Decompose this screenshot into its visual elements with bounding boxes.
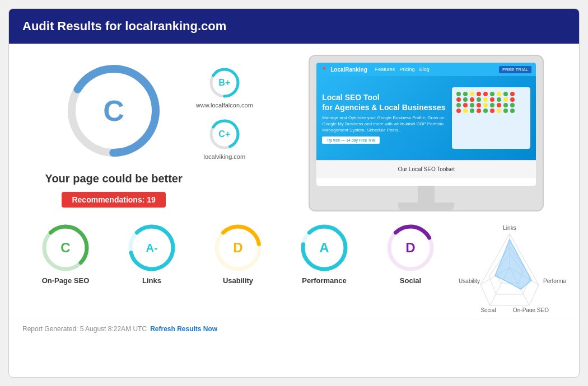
map-dot <box>456 92 461 96</box>
score-letter-usability: D <box>233 240 242 256</box>
screen-pin-icon: 📍 <box>321 67 327 72</box>
map-dot <box>497 92 501 96</box>
map-dot <box>503 97 508 102</box>
left-main-section: C Your page could be better Recommendati… <box>45 60 253 208</box>
score-circle-social: D <box>385 223 436 273</box>
svg-text:Social: Social <box>480 307 496 312</box>
map-dot <box>490 97 494 102</box>
map-dot <box>477 109 481 113</box>
map-dot <box>470 97 474 102</box>
map-dot <box>510 103 515 107</box>
comparison-circle-0: B+ <box>208 66 241 100</box>
svg-text:Performance: Performance <box>543 278 566 284</box>
map-dot <box>510 97 515 102</box>
scores-section: C On-Page SEO A- Links <box>9 217 579 318</box>
recommendations-badge[interactable]: Recommendations: 19 <box>62 192 165 208</box>
score-label-on-page-seo: On-Page SEO <box>42 276 90 285</box>
monitor-base <box>398 203 454 210</box>
score-label-usability: Usability <box>223 276 253 285</box>
score-item-performance: A Performance <box>299 223 349 285</box>
map-dot <box>463 97 468 102</box>
radar-container: Links Performance On-Page SEO Social Usa… <box>454 223 566 312</box>
monitor-screen: 📍 LocalRanking Features Pricing Blog FRE… <box>316 63 536 186</box>
main-grade-letter: C <box>103 94 124 128</box>
map-dot <box>456 103 461 107</box>
svg-text:Links: Links <box>503 225 516 231</box>
generated-text: Report Generated: 5 August 8:22AM UTC <box>22 325 147 333</box>
screen-hero: Local SEO Toolfor Agencies & Local Busin… <box>316 76 536 160</box>
map-dot <box>503 103 508 107</box>
monitor-neck <box>418 186 435 203</box>
comparison-letter-0: B+ <box>218 78 230 88</box>
map-dot <box>477 103 481 107</box>
main-content: C Your page could be better Recommendati… <box>9 44 579 217</box>
map-dot <box>463 92 468 96</box>
map-dot <box>483 109 488 113</box>
verdict-text: Your page could be better <box>45 172 183 185</box>
left-panel: C Your page could be better Recommendati… <box>22 55 276 211</box>
screen-hero-text: Local SEO Toolfor Agencies & Local Busin… <box>322 92 446 144</box>
comparison-label-1: localviking.com <box>204 153 246 160</box>
page-title: Audit Results for localranking.com <box>22 19 226 33</box>
map-dot <box>483 103 488 107</box>
score-letter-links: A- <box>146 242 157 255</box>
screen-footer: Our Local SEO Toolset <box>316 160 536 178</box>
screen-map <box>452 87 530 149</box>
score-item-links: A- Links <box>127 223 177 285</box>
main-grade-section: C Your page could be better Recommendati… <box>45 60 183 208</box>
map-dot <box>510 92 515 96</box>
score-circle-performance: A <box>299 223 349 273</box>
page-header: Audit Results for localranking.com <box>9 9 579 44</box>
screen-footer-text: Our Local SEO Toolset <box>398 166 455 172</box>
svg-text:Usability: Usability <box>459 278 480 284</box>
map-dot <box>470 109 474 113</box>
score-circle-usability: D <box>213 223 263 273</box>
score-label-links: Links <box>142 276 161 285</box>
map-dot <box>483 92 488 96</box>
score-label-social: Social <box>400 276 421 285</box>
map-dot <box>483 97 488 102</box>
audit-card: Audit Results for localranking.com C You… <box>8 8 580 378</box>
map-dot <box>490 92 494 96</box>
main-grade-circle: C <box>63 60 164 161</box>
radar-svg: Links Performance On-Page SEO Social Usa… <box>454 223 566 312</box>
score-item-usability: D Usability <box>213 223 263 285</box>
map-dot <box>490 103 494 107</box>
map-dot <box>463 109 468 113</box>
comparison-label-0: www.localfalcon.com <box>196 102 253 109</box>
comparison-item-0: B+ www.localfalcon.com <box>196 66 253 109</box>
svg-text:On-Page SEO: On-Page SEO <box>513 307 549 312</box>
monitor-wrap: 📍 LocalRanking Features Pricing Blog FRE… <box>309 55 544 211</box>
screen-hero-btn[interactable]: Try free — 14 day Free Trial <box>322 136 380 144</box>
score-label-performance: Performance <box>302 276 346 285</box>
score-circle-on-page-seo: C <box>40 223 91 273</box>
monitor-stand <box>316 186 536 210</box>
right-panel: 📍 LocalRanking Features Pricing Blog FRE… <box>287 55 566 211</box>
radar-section: Links Performance On-Page SEO Social Usa… <box>454 223 566 312</box>
comparisons-panel: B+ www.localfalcon.com C+ localviking <box>196 66 253 160</box>
comparison-letter-1: C+ <box>218 129 230 139</box>
refresh-link[interactable]: Refresh Results Now <box>150 325 217 333</box>
map-dot <box>510 109 515 113</box>
map-dot <box>470 92 474 96</box>
score-letter-on-page-seo: C <box>60 240 70 256</box>
map-dot <box>497 109 501 113</box>
score-items: C On-Page SEO A- Links <box>22 223 454 285</box>
score-item-social: D Social <box>385 223 436 285</box>
map-dot <box>497 103 501 107</box>
screen-nav-pricing: Pricing <box>399 67 415 72</box>
screen-nav-features: Features <box>375 67 395 72</box>
comparison-circle-1: C+ <box>208 117 241 151</box>
score-letter-social: D <box>405 240 415 256</box>
footer-bar: Report Generated: 5 August 8:22AM UTC Re… <box>9 318 579 340</box>
map-dot <box>463 103 468 107</box>
map-dots-grid <box>452 87 530 117</box>
map-dot <box>503 92 508 96</box>
score-circle-links: A- <box>127 223 177 273</box>
screen-hero-sub: Manage and Optimize your Google Business… <box>322 115 446 134</box>
screen-cta-btn: FREE TRIAL <box>499 66 531 73</box>
monitor-body: 📍 LocalRanking Features Pricing Blog FRE… <box>309 55 544 211</box>
map-dot <box>490 109 494 113</box>
map-dot <box>456 109 461 113</box>
screen-header: 📍 LocalRanking Features Pricing Blog FRE… <box>316 63 536 76</box>
